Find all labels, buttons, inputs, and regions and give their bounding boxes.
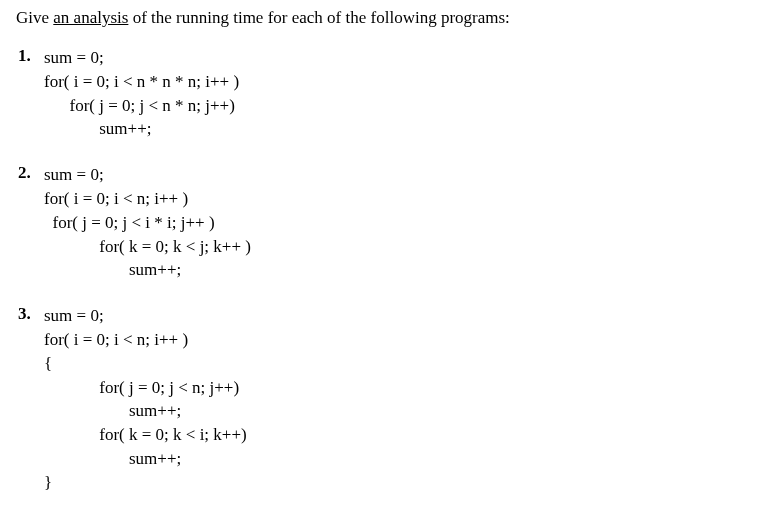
list-item: 3. sum = 0; for( i = 0; i < n; i++ ) { f…: [44, 304, 746, 494]
code-block: sum = 0; for( i = 0; i < n * n * n; i++ …: [44, 46, 746, 141]
code-block: sum = 0; for( i = 0; i < n; i++ ) for( j…: [44, 163, 746, 282]
intro-underlined: an analysis: [53, 8, 128, 27]
list-item: 2. sum = 0; for( i = 0; i < n; i++ ) for…: [44, 163, 746, 282]
item-number: 1.: [18, 46, 31, 66]
item-number: 3.: [18, 304, 31, 324]
list-item: 1. sum = 0; for( i = 0; i < n * n * n; i…: [44, 46, 746, 141]
code-block: sum = 0; for( i = 0; i < n; i++ ) { for(…: [44, 304, 746, 494]
intro-post: of the running time for each of the foll…: [128, 8, 509, 27]
program-list: 1. sum = 0; for( i = 0; i < n * n * n; i…: [16, 46, 746, 495]
intro-text: Give an analysis of the running time for…: [16, 8, 746, 28]
intro-pre: Give: [16, 8, 53, 27]
item-number: 2.: [18, 163, 31, 183]
